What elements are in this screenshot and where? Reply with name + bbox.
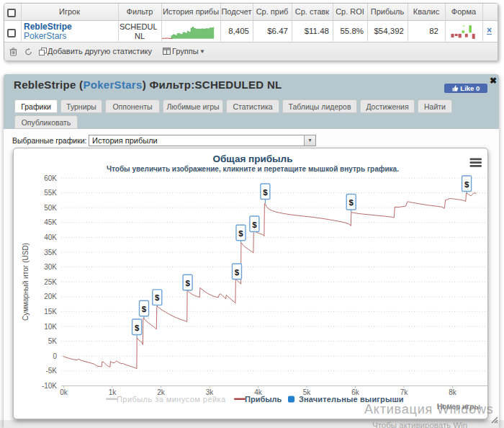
svg-text:1k: 1k [109, 388, 117, 396]
svg-text:30K: 30K [44, 263, 57, 271]
svg-text:45K: 45K [44, 218, 57, 226]
svg-text:$: $ [238, 229, 243, 238]
svg-text:Прибыль за минусом рейка: Прибыль за минусом рейка [117, 395, 226, 404]
svg-text:$: $ [185, 279, 190, 287]
svg-text:Чтобы увеличить изображение, к: Чтобы увеличить изображение, кликните и … [107, 165, 399, 173]
svg-text:$: $ [135, 324, 140, 332]
svg-text:$: $ [263, 188, 268, 197]
svg-text:20K: 20K [44, 293, 57, 300]
svg-text:40K: 40K [44, 233, 57, 241]
svg-text:10K: 10K [44, 323, 57, 331]
svg-text:-5K: -5K [45, 367, 57, 375]
svg-text:$: $ [464, 180, 469, 189]
svg-text:50K: 50K [44, 204, 57, 212]
svg-text:$: $ [235, 268, 240, 277]
svg-text:$: $ [252, 220, 257, 229]
svg-text:5K: 5K [48, 337, 58, 345]
svg-text:Суммарный итог (USD): Суммарный итог (USD) [22, 243, 30, 321]
svg-text:0k: 0k [60, 388, 68, 396]
svg-text:$: $ [142, 305, 147, 313]
svg-text:60K: 60K [44, 174, 57, 182]
svg-text:-10K: -10K [42, 382, 57, 390]
svg-text:Общая прибыль: Общая прибыль [213, 153, 293, 164]
svg-text:55K: 55K [44, 189, 57, 197]
svg-text:Прибыль: Прибыль [245, 395, 282, 404]
svg-text:$: $ [155, 293, 160, 302]
svg-text:8k: 8k [449, 388, 457, 396]
svg-text:35K: 35K [44, 249, 57, 257]
svg-text:0: 0 [53, 352, 57, 360]
svg-text:25K: 25K [44, 278, 57, 286]
svg-text:15K: 15K [44, 308, 57, 316]
svg-text:$: $ [348, 198, 354, 207]
